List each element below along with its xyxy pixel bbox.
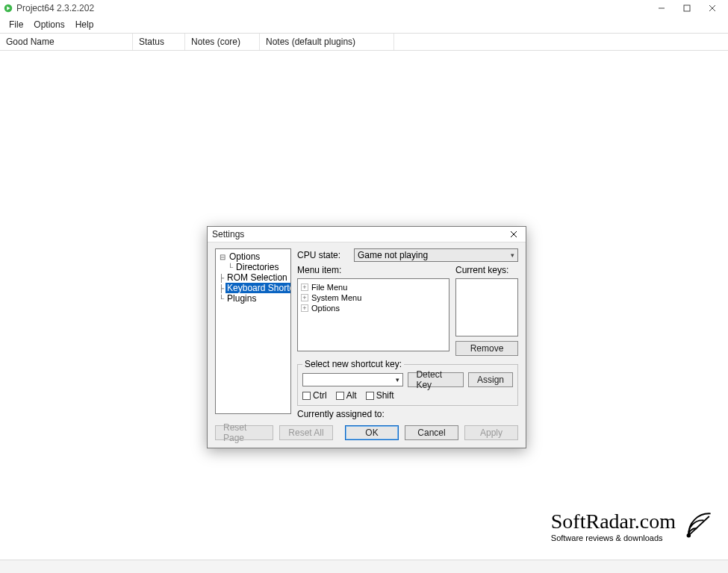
menu-item-tree[interactable]: +File Menu +System Menu +Options	[297, 278, 449, 351]
new-shortcut-group: Select new shortcut key: ▾ Detect Key As…	[297, 359, 518, 406]
tree-node-directories[interactable]: └ Directories	[217, 262, 289, 272]
menu-item-file-menu[interactable]: +File Menu	[301, 282, 446, 292]
cpu-state-value: Game not playing	[358, 250, 428, 260]
dialog-buttons: Reset Page Reset All OK Cancel Apply	[208, 422, 526, 448]
ok-button[interactable]: OK	[345, 425, 399, 440]
shift-checkbox[interactable]: Shift	[366, 390, 394, 401]
tree-branch-icon: └	[228, 263, 233, 272]
close-button[interactable]	[700, 0, 725, 16]
menu-file[interactable]: File	[4, 18, 28, 31]
current-keys-list[interactable]	[455, 278, 518, 336]
tree-branch-icon: ├	[219, 274, 224, 282]
remove-button[interactable]: Remove	[455, 341, 518, 356]
col-good-name[interactable]: Good Name	[0, 34, 133, 50]
tree-label: Keyboard Shortcuts	[225, 283, 291, 293]
maximize-button[interactable]	[674, 0, 700, 16]
cpu-state-label: CPU state:	[297, 250, 349, 260]
detect-key-button[interactable]: Detect Key	[408, 372, 464, 387]
cpu-state-select[interactable]: Game not playing ▾	[354, 248, 518, 262]
currently-assigned-label: Currently assigned to:	[297, 409, 518, 419]
mi-label: File Menu	[311, 283, 347, 292]
watermark-domain: SoftRadar.com	[551, 510, 676, 533]
dialog-title: Settings	[212, 229, 506, 239]
expand-icon[interactable]: +	[301, 284, 308, 291]
assign-button[interactable]: Assign	[468, 372, 513, 387]
alt-label: Alt	[346, 390, 357, 401]
tree-node-options[interactable]: ⊟ Options	[217, 251, 289, 262]
checkbox-box	[302, 392, 311, 400]
svg-rect-2	[684, 5, 690, 11]
col-status[interactable]: Status	[133, 34, 185, 50]
window-controls	[649, 0, 725, 16]
cancel-button[interactable]: Cancel	[405, 425, 458, 440]
reset-all-button[interactable]: Reset All	[279, 425, 333, 440]
app-icon	[3, 3, 13, 13]
app-title: Project64 2.3.2.202	[16, 3, 94, 13]
column-headers: Good Name Status Notes (core) Notes (def…	[0, 33, 728, 51]
minimize-button[interactable]	[649, 0, 674, 16]
checkbox-box	[336, 392, 344, 400]
menu-item-label: Menu item:	[297, 265, 451, 275]
menu-options[interactable]: Options	[29, 18, 69, 31]
tree-branch-icon: └	[219, 295, 224, 303]
chevron-down-icon: ▾	[511, 251, 514, 259]
menu-help[interactable]: Help	[71, 18, 99, 31]
watermark: SoftRadar.com Software reviews & downloa…	[551, 508, 716, 543]
dialog-close-button[interactable]	[506, 228, 521, 241]
tree-branch-icon: ├	[219, 284, 224, 292]
current-keys-pane: Remove	[455, 278, 518, 356]
group-legend: Select new shortcut key:	[302, 359, 404, 369]
apply-button[interactable]: Apply	[464, 425, 518, 440]
col-notes-core[interactable]: Notes (core)	[185, 34, 260, 50]
radar-icon	[683, 508, 716, 543]
menu-item-options[interactable]: +Options	[301, 303, 446, 313]
mi-label: System Menu	[311, 293, 361, 302]
titlebar: Project64 2.3.2.202	[0, 0, 728, 16]
expand-icon[interactable]: +	[301, 304, 308, 312]
tree-node-keyboard-shortcuts[interactable]: ├ Keyboard Shortcuts	[217, 283, 289, 293]
chevron-down-icon: ▾	[396, 376, 399, 383]
col-notes-default-plugins[interactable]: Notes (default plugins)	[260, 34, 394, 50]
tree-node-rom-selection[interactable]: ├ ROM Selection	[217, 272, 289, 283]
menu-item-system-menu[interactable]: +System Menu	[301, 292, 446, 303]
watermark-tagline: Software reviews & downloads	[551, 533, 676, 542]
menubar: File Options Help	[0, 16, 728, 33]
tree-label: Options	[228, 251, 261, 262]
ctrl-label: Ctrl	[313, 390, 327, 401]
expand-icon[interactable]: +	[301, 294, 308, 301]
content-area: Settings ⊟ Options └ Directories	[0, 51, 728, 560]
settings-right-pane: CPU state: Game not playing ▾ Menu item:…	[297, 248, 518, 419]
status-bar	[0, 560, 728, 573]
main-window: Project64 2.3.2.202 File Options Help Go…	[0, 0, 728, 573]
collapse-icon[interactable]: ⊟	[219, 253, 226, 261]
tree-node-plugins[interactable]: └ Plugins	[217, 293, 289, 304]
ctrl-checkbox[interactable]: Ctrl	[302, 390, 327, 401]
checkbox-box	[366, 392, 374, 400]
shortcut-key-combo[interactable]: ▾	[302, 373, 403, 386]
dialog-body: ⊟ Options └ Directories ├ ROM Selection …	[208, 242, 526, 422]
settings-tree[interactable]: ⊟ Options └ Directories ├ ROM Selection …	[215, 248, 291, 414]
tree-label: Directories	[234, 262, 280, 272]
tree-label: ROM Selection	[225, 272, 289, 283]
tree-label: Plugins	[225, 293, 258, 304]
settings-dialog: Settings ⊟ Options └ Directories	[207, 226, 526, 448]
dialog-titlebar: Settings	[208, 227, 526, 242]
current-keys-label: Current keys:	[455, 265, 518, 275]
mi-label: Options	[311, 304, 340, 313]
shift-label: Shift	[376, 390, 394, 401]
reset-page-button[interactable]: Reset Page	[215, 425, 273, 440]
alt-checkbox[interactable]: Alt	[336, 390, 357, 401]
